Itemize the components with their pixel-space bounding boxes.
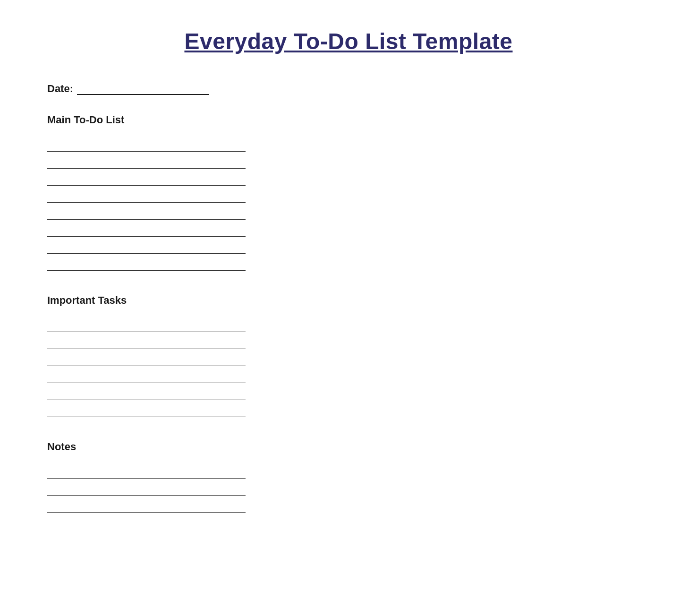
write-line [47, 400, 246, 417]
write-line [47, 152, 246, 169]
write-line [47, 496, 246, 513]
write-line [47, 479, 246, 496]
main-todo-title: Main To-Do List [47, 114, 650, 126]
write-line [47, 237, 246, 254]
write-line [47, 383, 246, 400]
main-todo-lines [47, 135, 650, 271]
notes-section: Notes [47, 441, 650, 513]
date-section: Date: [47, 83, 650, 95]
important-tasks-lines [47, 315, 650, 417]
notes-lines [47, 462, 650, 513]
date-label: Date: [47, 83, 73, 95]
write-line [47, 366, 246, 383]
write-line [47, 462, 246, 479]
write-line [47, 220, 246, 237]
write-line [47, 315, 246, 332]
important-tasks-section: Important Tasks [47, 294, 650, 417]
write-line [47, 135, 246, 152]
write-line [47, 254, 246, 271]
important-tasks-title: Important Tasks [47, 294, 650, 307]
date-input-line [77, 84, 209, 95]
page-title: Everyday To-Do List Template [47, 28, 650, 54]
write-line [47, 349, 246, 366]
main-todo-section: Main To-Do List [47, 114, 650, 271]
notes-title: Notes [47, 441, 650, 453]
write-line [47, 203, 246, 220]
write-line [47, 169, 246, 186]
write-line [47, 332, 246, 349]
write-line [47, 186, 246, 203]
